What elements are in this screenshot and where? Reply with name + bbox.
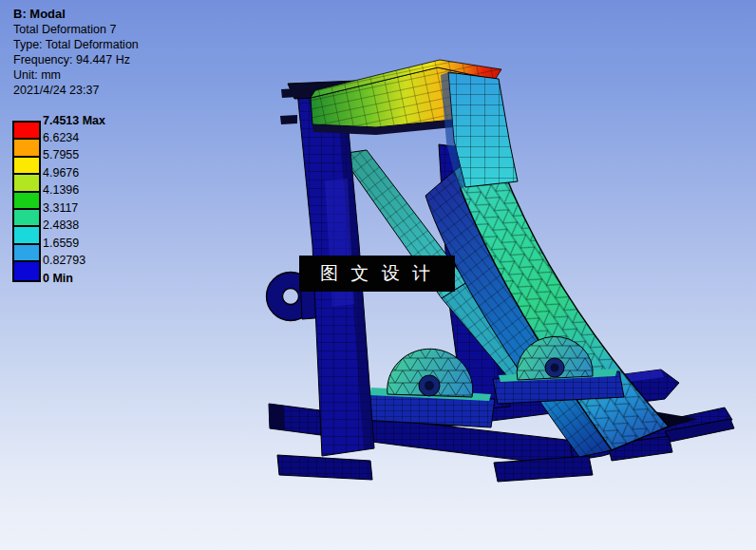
legend-label: 1.6559	[43, 237, 79, 250]
legend-label: 0.82793	[43, 254, 85, 267]
watermark-banner: 图 文 设 计	[299, 256, 455, 292]
legend-color	[14, 140, 39, 157]
legend-color-max	[14, 123, 39, 140]
ansys-result-viewport[interactable]: B: Modal Total Deformation 7 Type: Total…	[0, 0, 756, 550]
analysis-title: B: Modal	[13, 7, 139, 22]
result-type: Type: Total Deformation	[13, 37, 139, 52]
legend-label: 5.7955	[43, 148, 79, 161]
column-tab	[281, 88, 298, 98]
result-unit: Unit: mm	[13, 67, 139, 83]
result-timestamp: 2021/4/24 23:37	[13, 83, 139, 98]
result-frequency: Frequency: 94.447 Hz	[13, 52, 139, 67]
legend-label: 3.3117	[43, 201, 78, 215]
legend-label-min: 0 Min	[43, 272, 73, 285]
legend-color	[14, 227, 39, 244]
legend-color	[14, 210, 39, 227]
legend-label: 6.6234	[43, 131, 79, 144]
legend-label: 4.1396	[43, 183, 79, 197]
legend-color	[14, 175, 39, 192]
column-tab	[280, 115, 297, 124]
legend-label: 4.9676	[43, 166, 79, 180]
result-annotation: B: Modal Total Deformation 7 Type: Total…	[13, 7, 139, 98]
legend-color	[14, 245, 39, 262]
legend-color	[14, 158, 39, 175]
legend-color-min	[14, 262, 39, 279]
legend-label-max: 7.4513 Max	[43, 114, 105, 127]
legend-color	[14, 193, 39, 210]
legend-label: 2.4838	[43, 218, 79, 232]
contour-legend[interactable]	[12, 121, 41, 282]
watermark-text: 图 文 设 计	[320, 261, 434, 286]
result-name: Total Deformation 7	[13, 22, 139, 37]
